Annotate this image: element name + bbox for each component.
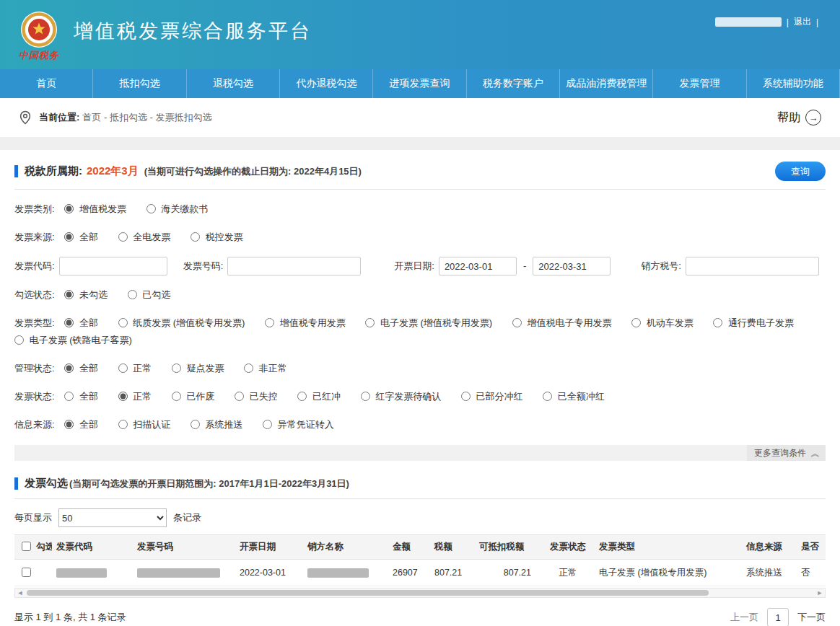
radio-status-full-red[interactable]: 已全额冲红 [543, 391, 605, 402]
seller-tax-no-input[interactable] [686, 257, 819, 275]
radio-input-type-toll-e-invoice[interactable] [713, 318, 722, 327]
radio-type-toll-e-invoice[interactable]: 通行费电子发票 [713, 317, 794, 328]
radio-input-info-abnormal-voucher[interactable] [263, 420, 272, 429]
radio-source-all-electric[interactable]: 全电发票 [118, 232, 173, 242]
radio-input-info-all[interactable] [64, 420, 74, 429]
radio-type-motor-vehicle[interactable]: 机动车发票 [631, 317, 696, 328]
scroll-left-icon[interactable]: ◄ [15, 588, 25, 597]
radio-input-info-scan[interactable] [118, 420, 128, 429]
invoice-check-title: 发票勾选 [25, 477, 68, 490]
radio-input-status-partial-red[interactable] [461, 392, 471, 401]
radio-input-type-electronic-special[interactable] [365, 318, 375, 327]
invoice-date-to-input[interactable] [533, 257, 611, 275]
radio-input-status-full-red[interactable] [543, 392, 552, 401]
query-button[interactable]: 查询 [775, 162, 826, 181]
scrollbar-thumb[interactable] [27, 590, 709, 596]
radio-manage-all[interactable]: 全部 [64, 363, 100, 374]
radio-status-all[interactable]: 全部 [64, 391, 100, 402]
radio-input-manage-abnormal[interactable] [244, 363, 253, 373]
radio-input-type-special[interactable] [265, 318, 274, 327]
select-all-control[interactable]: 勾选 [22, 542, 52, 552]
radio-input-checked[interactable] [128, 290, 137, 299]
cell-info-source: 系统推送 [732, 560, 797, 586]
radio-checked[interactable]: 已勾选 [128, 289, 171, 300]
radio-input-status-red-pending[interactable] [361, 392, 370, 401]
logout-link[interactable]: 退出 [794, 16, 811, 28]
nav-item-agent-refund-check[interactable]: 代办退税勾选 [280, 69, 373, 98]
radio-customs-payment[interactable]: 海关缴款书 [146, 203, 209, 214]
radio-input-manage-all[interactable] [64, 363, 74, 373]
radio-input-type-vat-e-special[interactable] [512, 318, 522, 327]
radio-input-status-all[interactable] [64, 392, 74, 401]
radio-input-unchecked[interactable] [64, 290, 74, 299]
nav-item-invoice-management[interactable]: 发票管理 [653, 69, 746, 98]
radio-status-normal[interactable]: 正常 [118, 391, 154, 402]
invoice-number-input[interactable] [227, 257, 361, 275]
more-conditions-button[interactable]: 更多查询条件 《 [747, 445, 826, 461]
radio-input-status-out-of-control[interactable] [235, 392, 244, 401]
radio-manage-normal[interactable]: 正常 [118, 363, 154, 374]
select-all-checkbox[interactable] [22, 542, 31, 551]
nav-item-tax-digital-account[interactable]: 税务数字账户 [467, 69, 560, 98]
table-row[interactable]: 2022-03-01 26907 807.21 807.21 正常 电子发票 (… [14, 560, 826, 586]
radio-source-all[interactable]: 全部 [64, 232, 100, 242]
radio-type-special[interactable]: 增值税专用发票 [265, 317, 348, 328]
radio-input-manage-doubt[interactable] [172, 363, 181, 373]
filter-label-invoice-type: 发票类型: [14, 317, 55, 328]
radio-input-status-red-flushed[interactable] [297, 392, 307, 401]
radio-info-abnormal-voucher[interactable]: 异常凭证转入 [263, 419, 334, 430]
per-page-select[interactable]: 50 [58, 508, 167, 527]
radio-input-vat-invoice[interactable] [64, 204, 74, 213]
radio-source-tax-control[interactable]: 税控发票 [191, 232, 243, 242]
nav-item-input-invoice-query[interactable]: 进项发票查询 [373, 69, 466, 98]
radio-manage-abnormal[interactable]: 非正常 [244, 363, 287, 374]
nav-item-refined-oil-tax[interactable]: 成品油消费税管理 [560, 69, 653, 98]
radio-type-railway-eticket[interactable]: 电子发票 (铁路电子客票) [14, 335, 132, 345]
prev-page-button[interactable]: 上一页 [730, 611, 758, 624]
nav-item-refund-check[interactable]: 退税勾选 [187, 69, 280, 98]
next-page-button[interactable]: 下一页 [797, 611, 826, 624]
radio-info-all[interactable]: 全部 [64, 419, 100, 430]
radio-type-paper-special[interactable]: 纸质发票 (增值税专用发票) [118, 317, 248, 328]
radio-info-scan[interactable]: 扫描认证 [118, 419, 173, 430]
radio-input-manage-normal[interactable] [118, 363, 128, 373]
invoice-code-input[interactable] [59, 257, 167, 275]
radio-status-red-flushed[interactable]: 已红冲 [297, 391, 343, 402]
radio-type-vat-e-special[interactable]: 增值税电子专用发票 [512, 317, 614, 328]
radio-status-partial-red[interactable]: 已部分冲红 [461, 391, 525, 402]
per-page-control: 每页显示 50 条记录 [14, 508, 826, 527]
help-button[interactable]: 帮助 → [777, 110, 821, 125]
table-footer: 显示 1 到 1 条, 共 1 条记录 上一页 1 下一页 [14, 608, 826, 626]
nav-item-home[interactable]: 首页 [0, 69, 93, 98]
nav-item-system-aux[interactable]: 系统辅助功能 [747, 69, 840, 98]
radio-manage-doubt[interactable]: 疑点发票 [172, 363, 227, 374]
radio-vat-invoice[interactable]: 增值税发票 [64, 203, 128, 214]
section-marker-bar [14, 477, 18, 490]
radio-input-status-normal[interactable] [118, 392, 128, 401]
invoice-date-from-input[interactable] [439, 257, 517, 275]
invoice-code-masked [56, 568, 107, 578]
row-checkbox[interactable] [22, 568, 31, 577]
radio-input-type-paper-special[interactable] [118, 318, 128, 327]
radio-info-system-push[interactable]: 系统推送 [191, 419, 245, 430]
radio-input-customs-payment[interactable] [146, 204, 156, 213]
radio-input-type-all[interactable] [64, 318, 74, 327]
scroll-right-icon[interactable]: ► [815, 588, 825, 597]
current-page-button[interactable]: 1 [767, 608, 789, 626]
radio-status-voided[interactable]: 已作废 [172, 391, 217, 402]
radio-input-status-voided[interactable] [172, 392, 181, 401]
invoice-date-label: 开票日期: [394, 257, 434, 275]
radio-unchecked[interactable]: 未勾选 [64, 289, 110, 300]
radio-input-info-system-push[interactable] [191, 420, 200, 429]
radio-input-source-all[interactable] [64, 232, 74, 242]
radio-input-source-tax-control[interactable] [191, 232, 200, 242]
radio-input-type-motor-vehicle[interactable] [631, 318, 641, 327]
radio-status-out-of-control[interactable]: 已失控 [235, 391, 280, 402]
horizontal-scrollbar[interactable]: ◄ ► [14, 588, 826, 598]
radio-input-type-railway-eticket[interactable] [14, 335, 24, 345]
nav-item-deduction-check[interactable]: 抵扣勾选 [93, 69, 186, 98]
radio-type-all[interactable]: 全部 [64, 317, 100, 328]
radio-status-red-pending[interactable]: 红字发票待确认 [361, 391, 444, 402]
radio-type-electronic-special[interactable]: 电子发票 (增值税专用发票) [365, 317, 495, 328]
radio-input-source-all-electric[interactable] [118, 232, 128, 242]
